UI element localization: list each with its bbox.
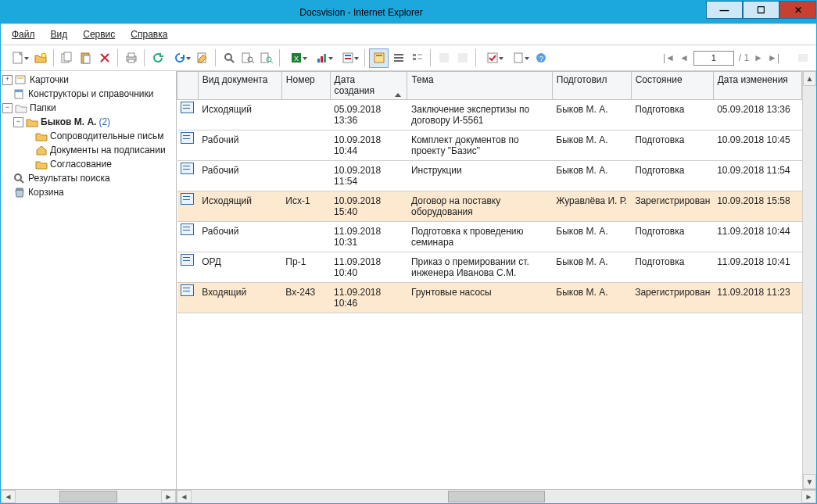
menu-help[interactable]: Справка [124, 27, 174, 41]
check-icon [487, 52, 498, 63]
sort-asc-icon [395, 93, 401, 97]
table-row[interactable]: ОРДПр-111.09.2018 10:40Приказ о премиров… [177, 252, 802, 283]
tree-node[interactable]: −Быков М. А. (2) [2, 115, 174, 129]
column-header-modified[interactable]: Дата изменения [713, 72, 801, 100]
cell-author: Быков М. А. [552, 252, 631, 283]
tree-node[interactable]: +Карточки [2, 73, 174, 87]
refresh-all-button[interactable] [167, 49, 192, 67]
view-details-button[interactable] [408, 49, 426, 67]
row-icon-cell [177, 161, 199, 191]
search-button[interactable] [220, 49, 238, 67]
svg-rect-28 [458, 53, 468, 63]
scroll-up-button[interactable]: ▲ [803, 71, 816, 86]
table-row[interactable]: ВходящийВх-24311.09.2018 10:46Грунтовые … [177, 283, 802, 313]
folder-tree[interactable]: +КарточкиКонструкторы и справочники−Папк… [1, 71, 176, 489]
titlebar: Docsvision - Internet Explorer — ☐ ✕ [1, 1, 816, 23]
grid-scroll-left-button[interactable]: ◄ [177, 490, 192, 503]
page-number-input[interactable]: 1 [693, 51, 734, 66]
view-list-button[interactable] [389, 49, 407, 67]
scroll-down-button[interactable]: ▼ [803, 474, 816, 489]
page-prev-button[interactable]: ◄ [679, 52, 689, 63]
page-go-button [794, 49, 812, 67]
column-header-state[interactable]: Состояние [631, 72, 713, 100]
delete-button[interactable] [95, 49, 113, 67]
ftsearch-button[interactable] [238, 49, 256, 67]
export-excel-button[interactable]: X [284, 49, 309, 67]
view-cards-button[interactable] [369, 48, 389, 68]
svg-rect-27 [439, 53, 449, 63]
page-last-button[interactable]: ►| [768, 52, 779, 63]
grid-hscrollbar[interactable]: ◄ ► [177, 489, 816, 503]
page-first-button[interactable]: |◄ [663, 52, 675, 63]
column-header-created[interactable]: Датасоздания [330, 72, 407, 100]
copy-button[interactable] [58, 49, 76, 67]
tree-node[interactable]: Сопроводительные письм [2, 129, 174, 143]
table-row[interactable]: Рабочий10.09.2018 11:54ИнструкцииБыков М… [177, 161, 802, 191]
svg-rect-23 [374, 53, 384, 63]
tree-label: Сопроводительные письм [50, 130, 163, 141]
cell-created: 05.09.2018 13:36 [330, 100, 407, 130]
check-button[interactable] [480, 49, 505, 67]
menu-file[interactable]: Файл [5, 27, 41, 41]
menu-view[interactable]: Вид [45, 27, 74, 41]
cell-num [281, 100, 330, 130]
tree-expander[interactable]: − [2, 103, 13, 113]
table-row[interactable]: Рабочий11.09.2018 10:31Подготовка к пров… [177, 222, 802, 252]
scroll-left-button[interactable]: ◄ [1, 490, 16, 503]
help-button[interactable]: ? [532, 49, 550, 67]
action-button[interactable] [506, 49, 531, 67]
cell-author: Быков М. А. [552, 130, 631, 161]
svg-rect-26 [413, 58, 416, 60]
documents-grid[interactable]: Вид документаНомерДатасозданияТемаПодгот… [177, 71, 803, 489]
tree-expander[interactable]: + [2, 75, 13, 85]
table-row[interactable]: ИсходящийИсх-110.09.2018 15:40Договор на… [177, 191, 802, 222]
cell-state: Зарегистрирован [631, 283, 713, 313]
paste-button[interactable] [77, 49, 95, 67]
print-button[interactable] [122, 49, 140, 67]
minimize-button[interactable]: — [706, 1, 743, 19]
page-next-button[interactable]: ► [754, 52, 763, 63]
close-button[interactable]: ✕ [779, 1, 816, 19]
cell-type: Исходящий [198, 100, 281, 130]
table-row[interactable]: Исходящий05.09.2018 13:36Заключение эксп… [177, 100, 802, 130]
scroll-right-button[interactable]: ► [161, 490, 176, 503]
cell-state: Подготовка [631, 100, 713, 130]
grid-vscrollbar[interactable]: ▲ ▼ [803, 71, 816, 489]
document-icon [181, 163, 194, 174]
cell-created: 10.09.2018 11:54 [330, 161, 407, 191]
tree-node[interactable]: Результаты поиска [2, 171, 174, 185]
table-row[interactable]: Рабочий10.09.2018 10:44Комплект документ… [177, 130, 802, 161]
svg-rect-18 [321, 56, 323, 63]
new-document-button[interactable] [5, 49, 30, 67]
nav-back-button [435, 49, 453, 67]
column-header-num[interactable]: Номер [281, 72, 330, 100]
svg-point-38 [15, 174, 21, 181]
edit-button[interactable] [193, 49, 211, 67]
toolbar: X ? [1, 45, 816, 71]
tree-node[interactable]: Документы на подписании [2, 143, 174, 157]
column-header-subject[interactable]: Тема [407, 72, 552, 100]
tree-node[interactable]: Конструкторы и справочники [2, 87, 174, 101]
tree-expander[interactable]: − [13, 117, 23, 127]
tree-node[interactable]: Согласование [2, 157, 174, 171]
tree-node[interactable]: −Папки [2, 101, 174, 115]
refresh-button[interactable] [149, 49, 167, 67]
column-header-type[interactable]: Вид документа [198, 72, 281, 100]
search-icon [224, 52, 235, 63]
tree-hscrollbar[interactable]: ◄ ► [1, 489, 176, 503]
column-header-author[interactable]: Подготовил [552, 72, 631, 100]
chart-button[interactable] [310, 49, 335, 67]
tree-label: Быков М. А. [41, 116, 96, 127]
tree-label: Карточки [30, 74, 69, 85]
menu-service[interactable]: Сервис [77, 27, 121, 41]
new-folder-button[interactable] [31, 49, 49, 67]
tree-count: (2) [99, 116, 110, 127]
svg-rect-19 [324, 54, 326, 63]
report-button[interactable] [335, 49, 360, 67]
tree-node[interactable]: Корзина [2, 185, 174, 199]
advsearch-button[interactable] [257, 49, 275, 67]
column-header-icon[interactable] [177, 72, 199, 100]
page-total-label: / 1 [739, 52, 749, 63]
maximize-button[interactable]: ☐ [743, 1, 779, 19]
grid-scroll-right-button[interactable]: ► [801, 490, 816, 503]
